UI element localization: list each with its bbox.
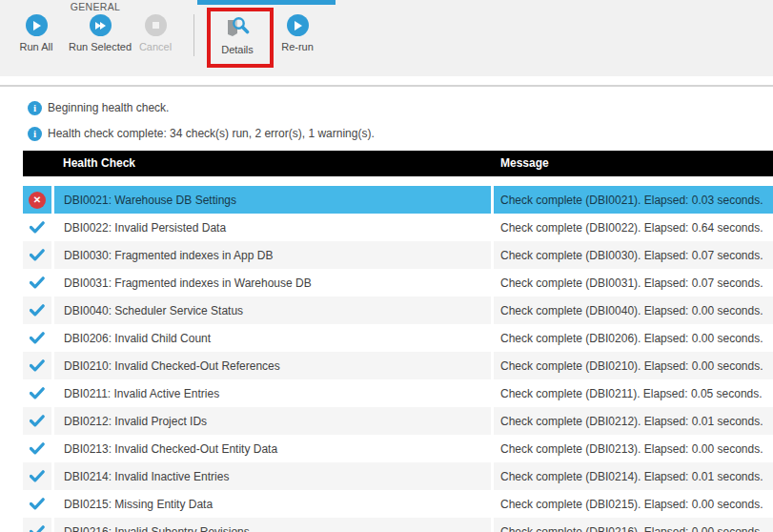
ribbon-toolbar: GENERAL Run All Run Selected Cancel Deta… — [0, 0, 773, 76]
check-icon — [30, 415, 45, 427]
check-icon — [30, 470, 45, 482]
table-row[interactable]: ✕ DBI0021: Warehouse DB Settings Check c… — [23, 186, 773, 214]
status-messages: i Beginning health check. i Health check… — [0, 94, 773, 149]
details-button[interactable]: Details — [209, 16, 266, 66]
health-check-cell: DBI0040: Scheduler Service Status — [54, 297, 491, 324]
table-row[interactable]: ✕ DBI0216: Invalid Subentry Revisions Ch… — [23, 518, 773, 532]
health-check-name: DBI0021: Warehouse DB Settings — [64, 194, 236, 207]
status-cell: ✕ — [23, 379, 51, 407]
health-check-cell: DBI0216: Invalid Subentry Revisions — [54, 518, 491, 532]
health-check-name: DBI0030: Fragmented indexes in App DB — [64, 249, 273, 262]
health-check-cell: DBI0210: Invalid Checked-Out References — [54, 352, 491, 379]
stop-icon — [145, 14, 167, 36]
row-message: Check complete (DBI0215). Elapsed: 0.00 … — [500, 498, 763, 511]
table-header: Health Check Message — [23, 151, 773, 176]
row-message: Check complete (DBI0021). Elapsed: 0.03 … — [500, 194, 763, 207]
play-icon — [287, 14, 309, 36]
table-row[interactable]: ✕ DBI0040: Scheduler Service Status Chec… — [23, 297, 773, 324]
status-cell: ✕ — [23, 297, 51, 324]
health-check-cell: DBI0213: Invalid Checked-Out Entity Data — [54, 435, 491, 462]
rerun-button[interactable]: Re-run — [269, 14, 326, 64]
message-cell: Check complete (DBI0214). Elapsed: 0.01 … — [494, 462, 773, 490]
table-row[interactable]: ✕ DBI0030: Fragmented indexes in App DB … — [23, 241, 773, 269]
table-body: ✕ DBI0021: Warehouse DB Settings Check c… — [23, 186, 773, 532]
row-message: Check complete (DBI0022). Elapsed: 0.64 … — [500, 221, 763, 235]
table-row[interactable]: ✕ DBI0031: Fragmented indexes in Warehou… — [23, 269, 773, 297]
health-check-cell: DBI0211: Invalid Active Entries — [54, 379, 491, 407]
row-message: Check complete (DBI0040). Elapsed: 0.00 … — [500, 304, 763, 317]
table-row[interactable]: ✕ DBI0213: Invalid Checked-Out Entity Da… — [23, 435, 773, 462]
health-check-name: DBI0031: Fragmented indexes in Warehouse… — [64, 276, 312, 290]
status-message-text: Beginning health check. — [48, 101, 169, 114]
table-row[interactable]: ✕ DBI0214: Invalid Inactive Entries Chec… — [23, 462, 773, 490]
health-check-name: DBI0040: Scheduler Service Status — [64, 304, 243, 317]
check-icon — [30, 498, 45, 510]
row-message: Check complete (DBI0206). Elapsed: 0.00 … — [500, 332, 763, 345]
info-icon: i — [28, 127, 42, 141]
status-message: i Beginning health check. — [28, 97, 773, 118]
rerun-label: Re-run — [281, 41, 314, 52]
message-cell: Check complete (DBI0215). Elapsed: 0.00 … — [494, 490, 773, 518]
fast-forward-icon — [90, 14, 112, 36]
health-check-cell: DBI0206: Invalid Child Count — [54, 324, 491, 352]
run-selected-label: Run Selected — [69, 41, 132, 52]
row-message: Check complete (DBI0212). Elapsed: 0.01 … — [500, 415, 763, 428]
table-row[interactable]: ✕ DBI0215: Missing Entity Data Check com… — [23, 490, 773, 518]
run-all-button[interactable]: Run All — [8, 14, 65, 64]
message-cell: Check complete (DBI0216). Elapsed: 0.00 … — [494, 518, 773, 532]
status-cell: ✕ — [23, 435, 51, 462]
document-magnifier-icon — [224, 15, 251, 39]
row-message: Check complete (DBI0213). Elapsed: 0.00 … — [500, 442, 763, 456]
check-icon — [30, 442, 45, 455]
column-header-health-check: Health Check — [63, 151, 135, 176]
table-row[interactable]: ✕ DBI0212: Invalid Project IDs Check com… — [23, 407, 773, 435]
status-cell: ✕ — [23, 462, 51, 490]
ribbon-group-label: GENERAL — [57, 1, 133, 12]
check-icon — [30, 276, 45, 289]
message-cell: Check complete (DBI0210). Elapsed: 0.00 … — [494, 352, 773, 379]
message-cell: Check complete (DBI0022). Elapsed: 0.64 … — [494, 214, 773, 241]
health-check-name: DBI0210: Invalid Checked-Out References — [64, 359, 280, 373]
ribbon-tab-indicator — [197, 0, 336, 5]
details-label: Details — [221, 44, 254, 55]
health-check-name: DBI0211: Invalid Active Entries — [64, 387, 219, 400]
status-cell: ✕ — [23, 241, 51, 269]
health-check-screen: GENERAL Run All Run Selected Cancel Deta… — [0, 0, 773, 532]
health-check-cell: DBI0215: Missing Entity Data — [54, 490, 491, 518]
run-selected-button[interactable]: Run Selected — [67, 14, 133, 64]
message-cell: Check complete (DBI0213). Elapsed: 0.00 … — [494, 435, 773, 462]
status-cell: ✕ — [23, 407, 51, 435]
table-row[interactable]: ✕ DBI0022: Invalid Persisted Data Check … — [23, 214, 773, 241]
health-check-cell: DBI0212: Invalid Project IDs — [54, 407, 491, 435]
check-icon — [30, 359, 45, 372]
check-icon — [30, 525, 45, 532]
status-cell: ✕ — [23, 269, 51, 297]
error-icon: ✕ — [29, 192, 46, 209]
health-check-cell: DBI0021: Warehouse DB Settings — [54, 186, 491, 214]
row-message: Check complete (DBI0210). Elapsed: 0.00 … — [500, 359, 763, 373]
health-check-cell: DBI0214: Invalid Inactive Entries — [54, 462, 491, 490]
status-message: i Health check complete: 34 check(s) run… — [28, 123, 773, 144]
table-row[interactable]: ✕ DBI0211: Invalid Active Entries Check … — [23, 379, 773, 407]
status-message-text: Health check complete: 34 check(s) run, … — [48, 127, 375, 140]
play-icon — [26, 14, 48, 36]
health-check-name: DBI0215: Missing Entity Data — [64, 498, 213, 511]
row-message: Check complete (DBI0214). Elapsed: 0.01 … — [500, 470, 763, 483]
status-cell: ✕ — [23, 518, 51, 532]
status-cell: ✕ — [23, 186, 51, 214]
check-icon — [30, 221, 45, 234]
toolbar-separator — [193, 14, 194, 56]
message-cell: Check complete (DBI0021). Elapsed: 0.03 … — [494, 186, 773, 214]
message-cell: Check complete (DBI0211). Elapsed: 0.05 … — [494, 379, 773, 407]
health-check-cell: DBI0030: Fragmented indexes in App DB — [54, 241, 491, 269]
run-all-label: Run All — [20, 41, 53, 52]
status-cell: ✕ — [23, 352, 51, 379]
health-check-name: DBI0206: Invalid Child Count — [64, 332, 211, 345]
health-check-table: Health Check Message ✕ DBI0021: Warehous… — [23, 151, 773, 532]
table-row[interactable]: ✕ DBI0206: Invalid Child Count Check com… — [23, 324, 773, 352]
status-cell: ✕ — [23, 324, 51, 352]
message-cell: Check complete (DBI0040). Elapsed: 0.00 … — [494, 297, 773, 324]
column-header-message: Message — [500, 151, 549, 176]
row-message: Check complete (DBI0031). Elapsed: 0.07 … — [500, 276, 763, 290]
table-row[interactable]: ✕ DBI0210: Invalid Checked-Out Reference… — [23, 352, 773, 379]
